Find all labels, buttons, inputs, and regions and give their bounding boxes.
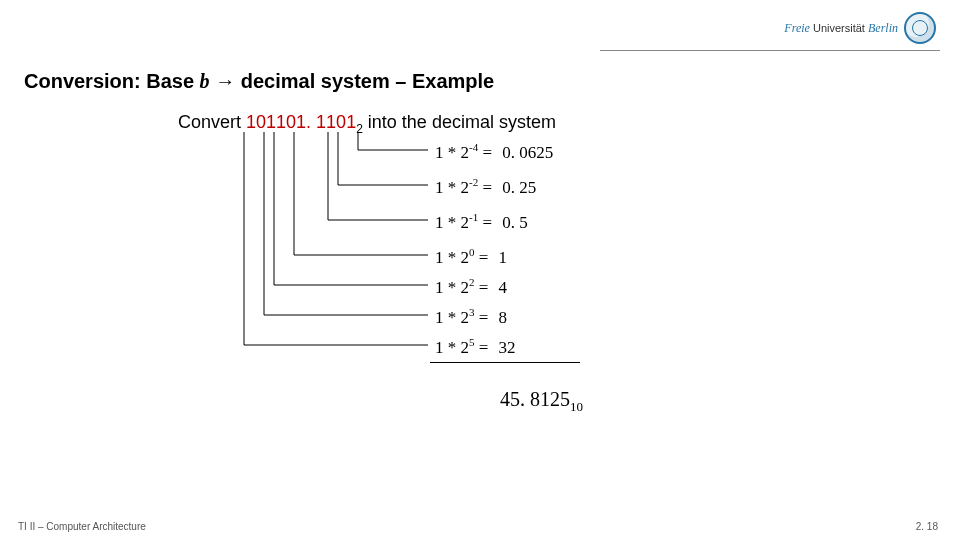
title-base-b: b [200,70,210,92]
result-base: 10 [570,399,583,414]
term-res: 0. 5 [496,213,528,232]
footer-left: TI II – Computer Architecture [18,521,146,532]
term-expr: 1 * 2 [435,143,469,162]
uni-suffix: Berlin [868,21,898,35]
sum-rule [430,362,580,363]
result-value: 45. 812510 [500,388,583,415]
term-expr: 1 * 2 [435,338,469,357]
term-res: 4 [493,278,508,297]
term-res: 0. 0625 [496,143,553,162]
uni-prefix: Freie [784,21,810,35]
term-expr: 1 * 2 [435,248,469,267]
term-res: 8 [493,308,508,327]
term-eq: = [475,278,493,297]
term-eq: = [475,248,493,267]
term-expr: 1 * 2 [435,178,469,197]
header-divider [600,50,940,51]
term-res: 1 [493,248,508,267]
footer-right: 2. 18 [916,521,938,532]
term-expr: 1 * 2 [435,308,469,327]
term-eq: = [478,178,496,197]
term-expr: 1 * 2 [435,278,469,297]
conversion-diagram: 1 * 2-4 = 0. 0625 1 * 2-2 = 0. 25 1 * 2-… [180,130,740,450]
term-eq: = [478,213,496,232]
term-exp: -2 [469,176,478,188]
arrow-icon: → [210,70,241,92]
term-exp: -1 [469,211,478,223]
term-eq: = [475,338,493,357]
term-row: 1 * 25 = 32 [435,336,516,358]
term-row: 1 * 22 = 4 [435,276,507,298]
university-logo: Freie Universität Berlin [784,12,936,44]
term-expr: 1 * 2 [435,213,469,232]
seal-icon [904,12,936,44]
convert-tail: into the decimal system [363,112,556,132]
uni-mid: Universität [813,22,865,34]
convert-lead: Convert [178,112,246,132]
term-exp: -4 [469,141,478,153]
term-res: 32 [493,338,516,357]
term-row: 1 * 20 = 1 [435,246,507,268]
university-name: Freie Universität Berlin [784,21,898,36]
convert-number: 101101. 1101 [246,112,356,132]
term-row: 1 * 23 = 8 [435,306,507,328]
title-part2: decimal system – Example [241,70,494,92]
result-number: 45. 8125 [500,388,570,410]
title-part1: Conversion: Base [24,70,200,92]
term-row: 1 * 2-2 = 0. 25 [435,176,536,198]
term-row: 1 * 2-4 = 0. 0625 [435,141,553,163]
page-title: Conversion: Base b → decimal system – Ex… [24,70,494,93]
term-eq: = [478,143,496,162]
term-row: 1 * 2-1 = 0. 5 [435,211,528,233]
term-eq: = [475,308,493,327]
term-res: 0. 25 [496,178,536,197]
